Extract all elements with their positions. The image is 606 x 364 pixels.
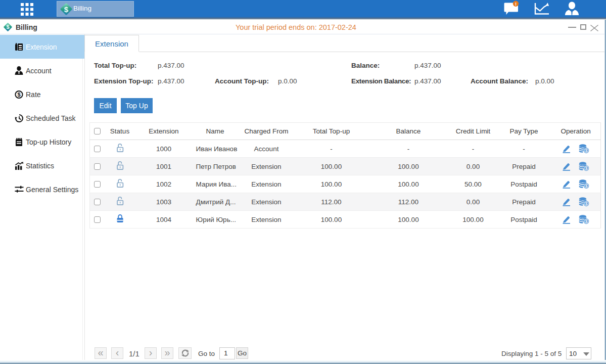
svg-text:$: $ xyxy=(6,24,9,30)
svg-text:$: $ xyxy=(585,166,587,170)
svg-text:$: $ xyxy=(585,149,587,153)
svg-text:$: $ xyxy=(585,184,587,188)
svg-text:$: $ xyxy=(585,219,587,223)
svg-text:$: $ xyxy=(585,202,587,206)
svg-text:$: $ xyxy=(17,92,20,98)
svg-text:$: $ xyxy=(64,5,69,14)
svg-text:!: ! xyxy=(515,2,517,7)
